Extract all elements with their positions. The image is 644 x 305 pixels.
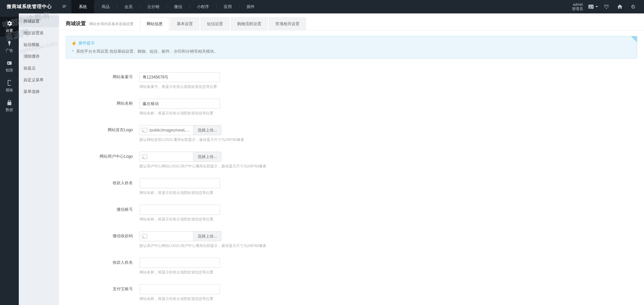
text-input[interactable] [140, 258, 220, 268]
top-nav-item[interactable]: 应用 [216, 0, 239, 13]
tab[interactable]: 短信设置 [201, 17, 229, 30]
alert-corner-icon [631, 36, 637, 42]
text-input[interactable] [140, 284, 220, 294]
svg-point-0 [604, 5, 605, 6]
form-label: 收款人姓名 [66, 178, 140, 186]
top-nav-item[interactable]: 插件 [239, 0, 262, 13]
tab[interactable]: 网站信息 [140, 17, 169, 31]
doc-icon [6, 80, 13, 86]
help-text: 默认用户中心网站LOGO,用户中心通用头部显示，最佳显示尺寸为240*60像素 [140, 243, 637, 248]
help-text: 网站名称，将显示在前台顶部欢迎信息等位置 [140, 270, 637, 275]
svg-point-1 [606, 5, 607, 6]
form-row: 收款人姓名网站名称，将显示在前台顶部欢迎信息等位置 [66, 253, 637, 279]
sidebar-sub-item[interactable]: 短信模板 [19, 39, 59, 51]
sidebar-icon-doc[interactable]: 模板 [0, 76, 19, 96]
sidebar-icon-gear[interactable]: 设置 [0, 17, 19, 37]
sidebar-sub-item[interactable]: 清除缓存 [19, 51, 59, 62]
form-label: 收款人姓名 [66, 258, 140, 265]
form-row: 网站首页Logo/public/images/newLogo.pn选择上传...… [66, 120, 637, 147]
form-label: 微信账号 [66, 205, 140, 212]
sidebar-icon-diamond[interactable]: 广告 [0, 37, 19, 56]
top-bar: 微商城系统管理中心 系统商品会员云分销微信小程序应用插件 admin 管理员 [0, 0, 644, 13]
form-label: 网站名称 [66, 99, 140, 106]
svg-point-3 [604, 6, 605, 7]
power-icon[interactable] [627, 0, 640, 13]
help-text: 默认用户中心网站LOGO,用户中心通用头部显示，最佳显示尺寸为240*60像素 [140, 164, 637, 169]
form-row: 网站名称网站名称，将显示在前台顶部欢迎信息等位置 [66, 94, 637, 120]
upload-path [140, 152, 193, 162]
apps-icon[interactable] [600, 0, 613, 13]
lock-icon [6, 99, 13, 106]
form-row: 网站用户中心Logo选择上传...默认用户中心网站LOGO,用户中心通用头部显示… [66, 147, 637, 173]
top-nav-item[interactable]: 云分销 [140, 0, 167, 13]
top-nav-item[interactable]: 系统 [71, 0, 94, 13]
sidebar-icons: 设置广告权限模板数据 [0, 13, 19, 305]
hand-icon: ☝ [71, 41, 76, 45]
form-row: 网站备案号网站备案号，将显示在前台底部欢迎信息等位置 [66, 67, 637, 94]
user-block[interactable]: admin 管理员 [569, 2, 586, 11]
top-nav: 系统商品会员云分销微信小程序应用插件 [71, 0, 262, 13]
sidebar-sub-item[interactable]: 自定义菜单 [19, 74, 59, 86]
svg-point-2 [607, 5, 608, 6]
text-input[interactable] [140, 99, 220, 109]
form-label: 网站首页Logo [66, 125, 140, 133]
tab[interactable]: 购物流程设置 [231, 17, 268, 30]
user-role: 管理员 [572, 7, 583, 11]
sidebar-sub-item[interactable]: 地区设置送 [19, 27, 59, 39]
help-text: 网站名称，将显示在前台顶部欢迎信息等位置 [140, 296, 637, 301]
alert-title: 操作提示 [78, 41, 95, 45]
svg-rect-7 [8, 62, 9, 63]
id-card-icon[interactable] [586, 0, 600, 13]
form-label: 网站用户中心Logo [66, 152, 140, 159]
sidebar-icon-lock[interactable]: 数据 [0, 96, 19, 116]
sidebar-sub-item[interactable]: 自提点 [19, 62, 59, 74]
settings-form: 网站备案号网站备案号，将显示在前台底部欢迎信息等位置网站名称网站名称，将显示在前… [59, 64, 644, 305]
home-icon[interactable] [613, 0, 627, 13]
form-label: 微信收款码 [66, 231, 140, 239]
help-text: 网站备案号，将显示在前台底部欢迎信息等位置 [140, 84, 637, 89]
svg-point-4 [607, 6, 608, 7]
tab[interactable]: 基本设置 [170, 17, 199, 30]
logo-text: 微商城系统管理中心 [0, 4, 57, 10]
sidebar-icon-badge[interactable]: 权限 [0, 56, 19, 76]
page-title: 商城设置 [66, 20, 86, 27]
user-name: admin [572, 2, 583, 7]
tip-alert: ☝操作提示 系统平台全局设置,包括基础设置、购物、短信、邮件、水印和分销等相关模… [66, 36, 637, 59]
sidebar-sub-item[interactable]: 菜单选择 [19, 86, 59, 98]
upload-path: /public/images/newLogo.pn [140, 125, 193, 135]
top-nav-item[interactable]: 会员 [117, 0, 140, 13]
top-nav-item[interactable]: 小程序 [190, 0, 216, 13]
text-input[interactable] [140, 72, 220, 82]
help-text: 网站名称，将显示在前台顶部欢迎信息等位置 [140, 217, 637, 222]
form-row: 微信收款码选择上传...默认用户中心网站LOGO,用户中心通用头部显示，最佳显示… [66, 226, 637, 253]
form-row: 支付宝账号网站名称，将显示在前台顶部欢迎信息等位置 [66, 279, 637, 305]
help-text: 网站名称，将显示在前台顶部欢迎信息等位置 [140, 190, 637, 195]
svg-rect-6 [7, 61, 11, 65]
tabs: 网站信息基本设置短信设置购物流程设置奖项相关设置 [140, 17, 307, 30]
form-row: 收款人姓名网站名称，将显示在前台顶部欢迎信息等位置 [66, 173, 637, 200]
svg-point-5 [606, 8, 607, 9]
text-input[interactable] [140, 205, 220, 215]
alert-body: 系统平台全局设置,包括基础设置、购物、短信、邮件、水印和分销等相关模块。 [71, 49, 632, 54]
form-row: 微信账号网站名称，将显示在前台顶部欢迎信息等位置 [66, 200, 637, 226]
page-subtitle: 网站全局内容基本选项设置 [89, 21, 133, 27]
content-area: 商城设置 网站全局内容基本选项设置 网站信息基本设置短信设置购物流程设置奖项相关… [59, 13, 644, 305]
badge-icon [6, 60, 13, 66]
upload-button[interactable]: 选择上传... [193, 231, 221, 241]
upload-button[interactable]: 选择上传... [193, 152, 221, 162]
gear-icon [6, 20, 13, 27]
upload-path [140, 231, 193, 241]
help-text: 默认网站首页LOGO,通用头部显示，最佳显示尺寸为240*60像素 [140, 137, 637, 142]
diamond-icon [6, 40, 13, 47]
top-nav-item[interactable]: 商品 [94, 0, 117, 13]
help-text: 网站名称，将显示在前台顶部欢迎信息等位置 [140, 111, 637, 116]
sidebar-sub-item[interactable]: 商城设置 [19, 15, 59, 27]
sidebar-collapse-button[interactable] [57, 4, 71, 10]
top-nav-item[interactable]: 微信 [167, 0, 190, 13]
upload-button[interactable]: 选择上传... [193, 125, 221, 135]
form-label: 支付宝账号 [66, 284, 140, 292]
form-label: 网站备案号 [66, 72, 140, 80]
tab[interactable]: 奖项相关设置 [269, 17, 306, 30]
sidebar-submenu: 商城设置地区设置送短信模板清除缓存自提点自定义菜单菜单选择 [19, 13, 59, 305]
text-input[interactable] [140, 178, 220, 188]
